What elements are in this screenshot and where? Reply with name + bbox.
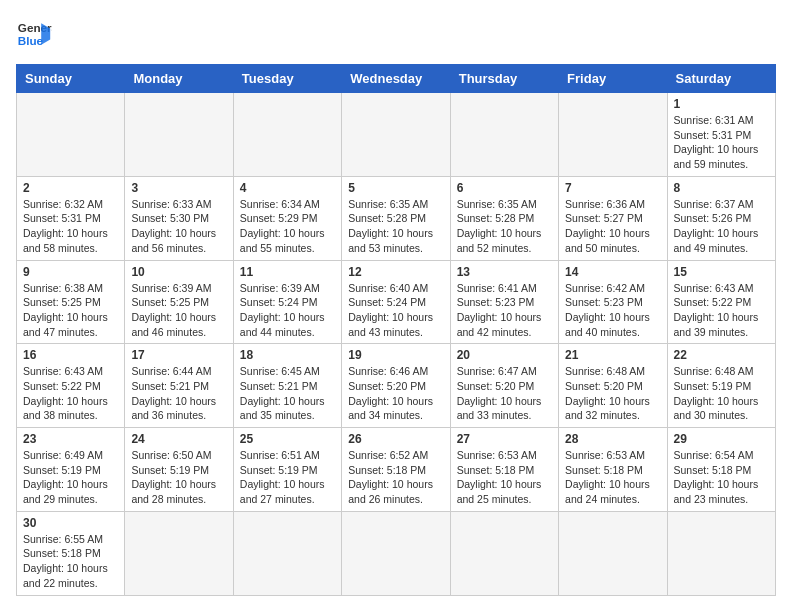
header: General Blue [16, 16, 776, 52]
day-info: Sunrise: 6:53 AM Sunset: 5:18 PM Dayligh… [457, 448, 552, 507]
calendar-cell: 14Sunrise: 6:42 AM Sunset: 5:23 PM Dayli… [559, 260, 667, 344]
calendar-cell: 30Sunrise: 6:55 AM Sunset: 5:18 PM Dayli… [17, 511, 125, 595]
weekday-header-monday: Monday [125, 65, 233, 93]
calendar-cell [667, 511, 775, 595]
calendar-cell: 20Sunrise: 6:47 AM Sunset: 5:20 PM Dayli… [450, 344, 558, 428]
calendar-cell: 1Sunrise: 6:31 AM Sunset: 5:31 PM Daylig… [667, 93, 775, 177]
day-info: Sunrise: 6:44 AM Sunset: 5:21 PM Dayligh… [131, 364, 226, 423]
day-info: Sunrise: 6:53 AM Sunset: 5:18 PM Dayligh… [565, 448, 660, 507]
day-number: 22 [674, 348, 769, 362]
calendar-cell: 16Sunrise: 6:43 AM Sunset: 5:22 PM Dayli… [17, 344, 125, 428]
day-number: 23 [23, 432, 118, 446]
day-info: Sunrise: 6:38 AM Sunset: 5:25 PM Dayligh… [23, 281, 118, 340]
day-info: Sunrise: 6:37 AM Sunset: 5:26 PM Dayligh… [674, 197, 769, 256]
day-number: 12 [348, 265, 443, 279]
logo: General Blue [16, 16, 52, 52]
calendar-cell [17, 93, 125, 177]
day-info: Sunrise: 6:49 AM Sunset: 5:19 PM Dayligh… [23, 448, 118, 507]
day-info: Sunrise: 6:48 AM Sunset: 5:19 PM Dayligh… [674, 364, 769, 423]
day-info: Sunrise: 6:35 AM Sunset: 5:28 PM Dayligh… [348, 197, 443, 256]
day-number: 4 [240, 181, 335, 195]
calendar-cell: 18Sunrise: 6:45 AM Sunset: 5:21 PM Dayli… [233, 344, 341, 428]
calendar-cell: 15Sunrise: 6:43 AM Sunset: 5:22 PM Dayli… [667, 260, 775, 344]
calendar-cell: 13Sunrise: 6:41 AM Sunset: 5:23 PM Dayli… [450, 260, 558, 344]
calendar-week-row: 9Sunrise: 6:38 AM Sunset: 5:25 PM Daylig… [17, 260, 776, 344]
day-info: Sunrise: 6:43 AM Sunset: 5:22 PM Dayligh… [674, 281, 769, 340]
calendar-cell: 21Sunrise: 6:48 AM Sunset: 5:20 PM Dayli… [559, 344, 667, 428]
calendar-cell [450, 511, 558, 595]
day-info: Sunrise: 6:50 AM Sunset: 5:19 PM Dayligh… [131, 448, 226, 507]
calendar-cell [342, 511, 450, 595]
day-number: 27 [457, 432, 552, 446]
day-info: Sunrise: 6:51 AM Sunset: 5:19 PM Dayligh… [240, 448, 335, 507]
day-number: 6 [457, 181, 552, 195]
day-number: 24 [131, 432, 226, 446]
calendar-cell [559, 511, 667, 595]
calendar-cell: 23Sunrise: 6:49 AM Sunset: 5:19 PM Dayli… [17, 428, 125, 512]
calendar-cell: 26Sunrise: 6:52 AM Sunset: 5:18 PM Dayli… [342, 428, 450, 512]
day-info: Sunrise: 6:41 AM Sunset: 5:23 PM Dayligh… [457, 281, 552, 340]
calendar-cell: 3Sunrise: 6:33 AM Sunset: 5:30 PM Daylig… [125, 176, 233, 260]
calendar-cell: 17Sunrise: 6:44 AM Sunset: 5:21 PM Dayli… [125, 344, 233, 428]
weekday-header-saturday: Saturday [667, 65, 775, 93]
calendar-cell [125, 511, 233, 595]
day-number: 14 [565, 265, 660, 279]
day-number: 28 [565, 432, 660, 446]
day-info: Sunrise: 6:36 AM Sunset: 5:27 PM Dayligh… [565, 197, 660, 256]
calendar-cell: 2Sunrise: 6:32 AM Sunset: 5:31 PM Daylig… [17, 176, 125, 260]
day-info: Sunrise: 6:47 AM Sunset: 5:20 PM Dayligh… [457, 364, 552, 423]
day-number: 17 [131, 348, 226, 362]
day-number: 9 [23, 265, 118, 279]
day-info: Sunrise: 6:48 AM Sunset: 5:20 PM Dayligh… [565, 364, 660, 423]
calendar-cell: 29Sunrise: 6:54 AM Sunset: 5:18 PM Dayli… [667, 428, 775, 512]
day-info: Sunrise: 6:40 AM Sunset: 5:24 PM Dayligh… [348, 281, 443, 340]
day-number: 21 [565, 348, 660, 362]
day-info: Sunrise: 6:35 AM Sunset: 5:28 PM Dayligh… [457, 197, 552, 256]
day-info: Sunrise: 6:46 AM Sunset: 5:20 PM Dayligh… [348, 364, 443, 423]
calendar-cell: 19Sunrise: 6:46 AM Sunset: 5:20 PM Dayli… [342, 344, 450, 428]
weekday-header-friday: Friday [559, 65, 667, 93]
day-info: Sunrise: 6:33 AM Sunset: 5:30 PM Dayligh… [131, 197, 226, 256]
day-info: Sunrise: 6:42 AM Sunset: 5:23 PM Dayligh… [565, 281, 660, 340]
day-number: 2 [23, 181, 118, 195]
day-number: 8 [674, 181, 769, 195]
day-number: 13 [457, 265, 552, 279]
weekday-header-sunday: Sunday [17, 65, 125, 93]
day-number: 5 [348, 181, 443, 195]
day-info: Sunrise: 6:34 AM Sunset: 5:29 PM Dayligh… [240, 197, 335, 256]
day-number: 1 [674, 97, 769, 111]
calendar-cell: 9Sunrise: 6:38 AM Sunset: 5:25 PM Daylig… [17, 260, 125, 344]
calendar-cell [233, 93, 341, 177]
day-number: 20 [457, 348, 552, 362]
calendar-cell [233, 511, 341, 595]
day-info: Sunrise: 6:55 AM Sunset: 5:18 PM Dayligh… [23, 532, 118, 591]
day-info: Sunrise: 6:54 AM Sunset: 5:18 PM Dayligh… [674, 448, 769, 507]
day-info: Sunrise: 6:32 AM Sunset: 5:31 PM Dayligh… [23, 197, 118, 256]
day-number: 3 [131, 181, 226, 195]
calendar-week-row: 2Sunrise: 6:32 AM Sunset: 5:31 PM Daylig… [17, 176, 776, 260]
day-number: 19 [348, 348, 443, 362]
day-info: Sunrise: 6:31 AM Sunset: 5:31 PM Dayligh… [674, 113, 769, 172]
calendar-cell: 24Sunrise: 6:50 AM Sunset: 5:19 PM Dayli… [125, 428, 233, 512]
calendar-cell: 6Sunrise: 6:35 AM Sunset: 5:28 PM Daylig… [450, 176, 558, 260]
day-number: 11 [240, 265, 335, 279]
day-number: 30 [23, 516, 118, 530]
svg-text:Blue: Blue [18, 34, 44, 47]
calendar-cell [450, 93, 558, 177]
day-info: Sunrise: 6:39 AM Sunset: 5:25 PM Dayligh… [131, 281, 226, 340]
calendar-cell: 28Sunrise: 6:53 AM Sunset: 5:18 PM Dayli… [559, 428, 667, 512]
day-info: Sunrise: 6:52 AM Sunset: 5:18 PM Dayligh… [348, 448, 443, 507]
day-number: 29 [674, 432, 769, 446]
calendar-cell: 12Sunrise: 6:40 AM Sunset: 5:24 PM Dayli… [342, 260, 450, 344]
day-number: 10 [131, 265, 226, 279]
weekday-header-tuesday: Tuesday [233, 65, 341, 93]
calendar: SundayMondayTuesdayWednesdayThursdayFrid… [16, 64, 776, 596]
calendar-cell: 25Sunrise: 6:51 AM Sunset: 5:19 PM Dayli… [233, 428, 341, 512]
day-number: 7 [565, 181, 660, 195]
day-info: Sunrise: 6:45 AM Sunset: 5:21 PM Dayligh… [240, 364, 335, 423]
day-number: 15 [674, 265, 769, 279]
day-number: 16 [23, 348, 118, 362]
calendar-week-row: 16Sunrise: 6:43 AM Sunset: 5:22 PM Dayli… [17, 344, 776, 428]
calendar-cell: 4Sunrise: 6:34 AM Sunset: 5:29 PM Daylig… [233, 176, 341, 260]
calendar-cell: 5Sunrise: 6:35 AM Sunset: 5:28 PM Daylig… [342, 176, 450, 260]
